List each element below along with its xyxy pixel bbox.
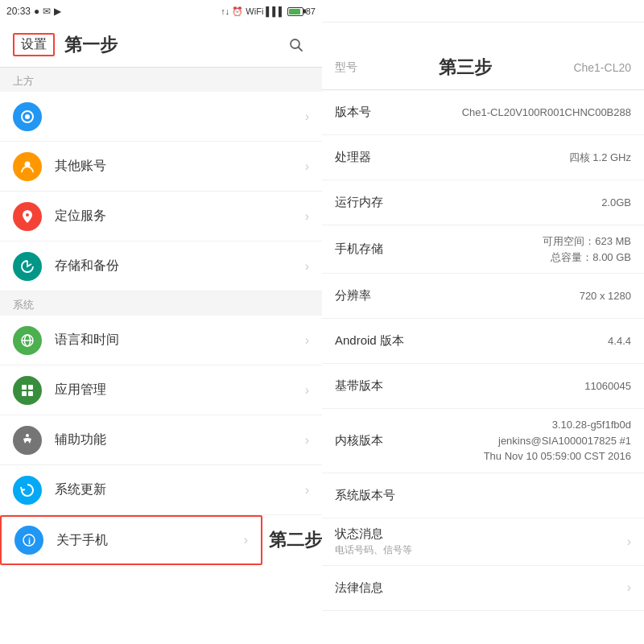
arrow-icon-status: › [627,535,631,549]
menu-item-system-update[interactable]: 系统更新 › [0,465,322,515]
info-label-processor: 处理器 [335,150,399,165]
info-value-storage: 可用空间：623 MB 总容量：8.00 GB [399,233,631,265]
svg-text:i: i [28,536,31,546]
svg-rect-12 [28,391,33,396]
info-label-android: Android 版本 [335,333,404,349]
status-left: 20:33 ● ✉ ▶ [6,6,61,17]
kernel-line1: 3.10.28-g5f1fb0d [399,417,631,433]
kernel-line2: jenkins@SIA1000017825 #1 [399,433,631,449]
settings-label: 设置 [13,33,55,56]
svg-line-1 [299,47,303,51]
menu-item-storage[interactable]: 存储和备份 › [0,242,322,291]
menu-label-app-mgmt: 应用管理 [55,382,305,398]
right-panel: 型号 第三步 Che1-CL20 版本号 Che1-CL20V100R001CH… [322,0,644,644]
info-row-ram: 运行内存 2.0GB [322,180,644,225]
info-row-sys-version: 系统版本号 [322,473,644,518]
menu-list: › 其他账号 › 定位服务 › 存储和备份 › 系统 [0,92,322,644]
info-label-status: 状态消息 [335,526,621,542]
menu-icon-about-phone: i [14,526,43,555]
menu-icon-system-update [13,476,42,505]
info-list: 版本号 Che1-CL20V100R001CHNC00B288 处理器 四核 1… [322,90,644,644]
arrow-icon-app-mgmt: › [305,383,309,398]
kernel-line3: Thu Nov 10 05:59:00 CST 2016 [399,448,631,464]
svg-point-3 [25,114,30,119]
menu-item-about-phone[interactable]: i 关于手机 › [0,515,262,565]
wifi-icon: WiFi [246,6,263,16]
right-header: 型号 第三步 Che1-CL20 [322,45,644,90]
battery-level: 87 [306,6,316,16]
menu-label-language: 语言和时间 [55,332,305,349]
info-label-ram: 运行内存 [335,195,399,210]
info-row-legal[interactable]: 法律信息 › [322,566,644,611]
clock-icon: ⏰ [232,6,243,17]
media-icon: ▶ [54,6,61,17]
info-row-android: Android 版本 4.4.4 [322,319,644,364]
right-title: 第三步 [357,56,573,80]
section-header-system: 系统 [0,291,322,316]
arrow-icon-other-accounts: › [305,159,309,174]
svg-point-5 [26,213,29,217]
info-sublabel-status: 电话号码、信号等 [335,543,621,557]
arrow-icon-1: › [305,109,309,124]
menu-item-accessibility[interactable]: 辅助功能 › [0,415,322,465]
menu-icon-accessibility [13,426,42,455]
info-value-version: Che1-CL20V100R001CHNC00B288 [399,106,631,118]
info-row-resolution: 分辨率 720 x 1280 [322,274,644,319]
top-bar: 设置 第一步 [0,23,322,68]
menu-icon-1 [13,102,42,131]
info-value-resolution: 720 x 1280 [399,290,631,302]
step-two-label: 第二步 [269,528,322,552]
section-header-top: 上方 [0,68,322,92]
info-row-storage: 手机存储 可用空间：623 MB 总容量：8.00 GB [322,225,644,274]
info-label-storage: 手机存储 [335,242,399,257]
signal-bars-icon: ▌▌▌ [266,6,284,16]
right-header-right: Che1-CL20 [573,61,631,74]
msg-icon: ✉ [43,6,51,17]
search-button[interactable] [283,32,309,58]
info-value-ram: 2.0GB [399,196,631,208]
menu-label-storage: 存储和备份 [55,258,305,275]
menu-label-about-phone: 关于手机 [56,532,244,549]
info-label-kernel: 内核版本 [335,433,399,448]
info-label-version: 版本号 [335,105,399,120]
arrow-icon-system-update: › [305,483,309,497]
arrow-icon-accessibility: › [305,433,309,448]
svg-rect-11 [22,391,27,396]
info-label-sys-version: 系统版本号 [335,488,399,503]
arrow-icon-language: › [305,333,309,348]
right-header-left: 型号 [335,60,357,75]
menu-icon-location [13,202,42,231]
info-row-kernel: 内核版本 3.10.28-g5f1fb0d jenkins@SIA1000017… [322,409,644,473]
menu-item-1[interactable]: › [0,92,322,142]
svg-point-13 [26,434,29,437]
menu-item-location[interactable]: 定位服务 › [0,192,322,242]
menu-icon-app-mgmt [13,376,42,405]
info-row-baseband: 基带版本 11060045 [322,364,644,409]
menu-label-accessibility: 辅助功能 [55,431,305,448]
info-row-status[interactable]: 状态消息 电话号码、信号等 › [322,518,644,566]
network-icon: ↑↓ [221,6,229,16]
info-value-baseband: 11060045 [399,380,631,392]
menu-item-language[interactable]: 语言和时间 › [0,316,322,365]
arrow-icon-location: › [305,209,309,224]
page-title: 第一步 [64,33,283,57]
status-right: ↑↓ ⏰ WiFi ▌▌▌ 87 [221,6,316,17]
info-value-processor: 四核 1.2 GHz [399,151,631,165]
menu-item-other-accounts[interactable]: 其他账号 › [0,142,322,192]
info-label-resolution: 分辨率 [335,288,399,303]
menu-icon-language [13,326,42,355]
info-row-processor: 处理器 四核 1.2 GHz [322,135,644,180]
menu-label-location: 定位服务 [55,208,305,225]
signal-icon: ● [34,6,39,17]
menu-item-app-mgmt[interactable]: 应用管理 › [0,365,322,415]
info-label-baseband: 基带版本 [335,378,399,394]
arrow-icon-about-phone: › [244,533,248,547]
menu-label-other-accounts: 其他账号 [55,158,305,175]
menu-label-system-update: 系统更新 [55,481,305,498]
svg-rect-9 [22,385,27,390]
left-panel: 20:33 ● ✉ ▶ ↑↓ ⏰ WiFi ▌▌▌ 87 设置 第一步 上方 [0,0,322,644]
info-row-version: 版本号 Che1-CL20V100R001CHNC00B288 [322,90,644,135]
right-status-bar [322,0,644,23]
storage-total: 总容量：8.00 GB [399,250,631,266]
info-value-android: 4.4.4 [404,335,631,347]
